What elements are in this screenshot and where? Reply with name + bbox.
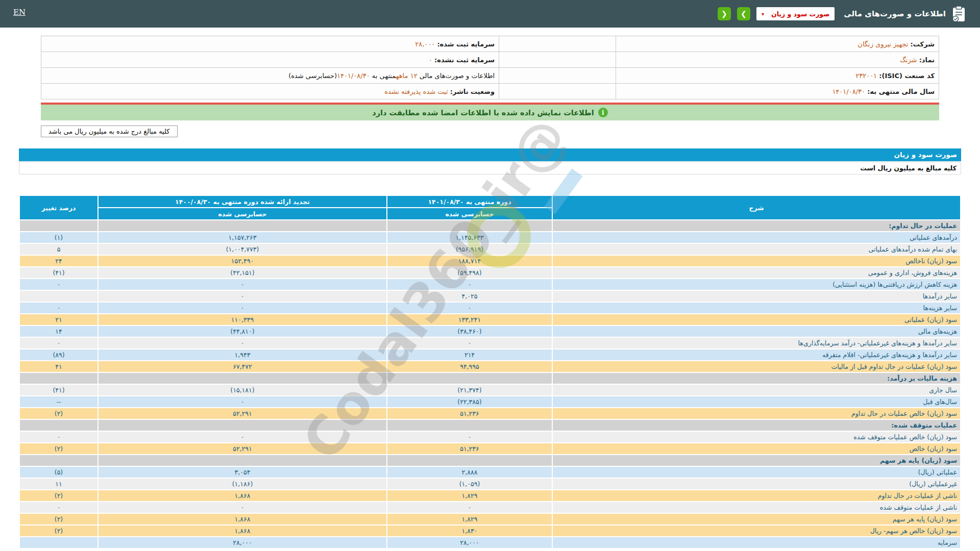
- value-restated-period: ۱,۸۶۸: [99, 514, 386, 524]
- row-label: عملیات متوقف شده:: [553, 420, 960, 431]
- company-info-table: شرکت: تجهیز نیروی زنگان سرمایه ثبت شده: …: [41, 36, 939, 99]
- units-note-box: کلیه مبالغ درج شده به میلیون ریال می باش…: [41, 126, 178, 137]
- fiscal-year-label: سال مالی منتهی به:: [867, 88, 935, 95]
- value-current-period: (۵۹,۴۹۸): [387, 267, 552, 278]
- value-change-percent: [20, 537, 97, 548]
- audited-suffix: (حسابرسی شده): [288, 72, 337, 80]
- value-restated-period: (۱,۰۰۴,۷۷۳): [99, 244, 386, 255]
- value-restated-period: ۵۲,۲۹۱: [99, 408, 386, 419]
- statement-row: سایر درآمدها و هزینه‌های غیرعملیاتی- درآ…: [20, 338, 960, 348]
- row-label: هزینه‌های مالی: [553, 326, 960, 337]
- row-label: سود (زیان) خالص عملیات در حال تداوم: [553, 408, 960, 419]
- statement-tbody: عملیات در حال تداوم:درآمدهای عملیاتی۱,۱۴…: [20, 220, 960, 548]
- value-change-percent: (۴۱): [20, 385, 97, 395]
- row-label: سایر درآمدها: [553, 291, 960, 302]
- chevron-left-icon: ❮: [721, 10, 727, 18]
- company-info-row: سال مالی منتهی به: ۱۴۰۱/۰۸/۳۰ وضعیت ناشر…: [41, 84, 939, 99]
- row-label: سود (زیان) عملیات در حال تداوم قبل از ما…: [553, 361, 960, 372]
- statement-row: سود (زیان) ناخالص۱۸۸,۷۱۴۱۵۲,۴۹۰۲۴: [20, 256, 960, 266]
- info-spacer-cell: [499, 68, 616, 84]
- statement-row: سود (زیان) پایه هر سهم۱,۸۲۹۱,۸۶۸(۲): [20, 514, 960, 524]
- value-restated-period: ۰: [99, 291, 386, 302]
- value-change-percent: (۲): [20, 443, 97, 454]
- value-current-period: ۲,۸۸۸: [387, 467, 552, 478]
- publisher-status-value: ثبت شده پذیرفته نشده: [384, 88, 448, 95]
- company-info-row: کد صنعت (ISIC): ۲۳۲۰۰۱ اطلاعات و صورت‌ها…: [41, 68, 939, 84]
- value-restated-period: ۰: [99, 279, 386, 290]
- value-change-percent: ۱۱: [20, 479, 97, 489]
- company-info-row: شرکت: تجهیز نیروی زنگان سرمایه ثبت شده: …: [41, 36, 939, 52]
- statement-row: سرمایه۲۸,۰۰۰۲۸,۰۰۰: [20, 537, 960, 548]
- statement-row: بهای تمام شده درآمدهای عملیاتی(۹۵۶,۹۱۹)(…: [20, 244, 960, 255]
- value-change-percent: (۲): [20, 408, 97, 419]
- value-restated-period: ۱۱۰,۳۳۹: [99, 314, 386, 325]
- row-label: سود (زیان) خالص عملیات متوقف شده: [553, 432, 960, 442]
- statement-row: سود (زیان) عملیات در حال تداوم قبل از ما…: [20, 361, 960, 372]
- row-label: بهای تمام شده درآمدهای عملیاتی: [553, 244, 960, 255]
- value-current-period: (۲۱,۳۷۴): [387, 385, 552, 395]
- company-info-row: نماد: شزنگ سرمایه ثبت نشده: ۰: [41, 52, 939, 68]
- value-restated-period: ۶۷,۴۷۲: [99, 361, 386, 372]
- page-title: اطلاعات و صورت‌های مالی: [844, 9, 946, 18]
- symbol-value: شزنگ: [900, 56, 917, 64]
- value-current-period: ۱,۸۳۰: [387, 525, 552, 536]
- statement-row: ناشی از عملیات در حال تداوم۱,۸۲۹۱,۸۶۸(۲): [20, 490, 960, 501]
- statement-row: سود (زیان) خالص عملیات در حال تداوم۵۱,۲۳…: [20, 408, 960, 419]
- value-current-period: ۴,۰۲۵: [387, 291, 552, 302]
- statement-row: سود (زیان) خالص۵۱,۲۳۶۵۲,۲۹۱(۲): [20, 443, 960, 454]
- row-label: عملیاتی (ریال): [553, 467, 960, 478]
- value-current-period: ۱۸۸,۷۱۴: [387, 256, 552, 266]
- statement-section-row: عملیات در حال تداوم:: [20, 220, 960, 231]
- value-current-period: ۲۸,۰۰۰: [387, 537, 552, 548]
- statement-title-band: صورت سود و زیان: [19, 148, 961, 161]
- prev-statement-button[interactable]: ❮: [718, 7, 731, 20]
- value-change-percent: (۵): [20, 467, 97, 478]
- signed-match-banner: i اطلاعات نمایش داده شده با اطلاعات امضا…: [41, 103, 939, 120]
- period-info-label: اطلاعات و صورت‌های مالی: [420, 72, 495, 80]
- row-label: غیرعملیاتی (ریال): [553, 479, 960, 489]
- value-restated-period: ۰: [99, 396, 386, 407]
- symbol-label: نماد:: [919, 56, 935, 64]
- value-change-percent: ۲۴: [20, 256, 97, 266]
- value-current-period: ۱,۱۴۵,۶۳۳: [387, 232, 552, 243]
- language-switch-en[interactable]: EN: [13, 8, 26, 17]
- value-restated-period: ۰: [99, 502, 386, 513]
- company-value: تجهیز نیروی زنگان: [857, 40, 908, 48]
- value-restated-period: [99, 455, 386, 466]
- row-label: سود (زیان) خالص: [553, 443, 960, 454]
- value-current-period: (۳۸,۴۶۰): [387, 326, 552, 337]
- value-current-period: ۵۱,۲۳۶: [387, 443, 552, 454]
- value-restated-period: ۱,۹۴۳: [99, 349, 386, 360]
- value-restated-period: ۰: [99, 303, 386, 313]
- statement-type-dropdown[interactable]: صورت سود و زیان ▾: [756, 7, 835, 20]
- company-label: شرکت:: [911, 40, 935, 48]
- row-label: ناشی از عملیات متوقف شده: [553, 502, 960, 513]
- info-spacer-cell: [499, 52, 616, 68]
- info-spacer-cell: [499, 84, 616, 99]
- fiscal-year-value: ۱۴۰۱/۰۸/۳۰: [832, 88, 865, 95]
- statement-row: درآمدهای عملیاتی۱,۱۴۵,۶۳۳۱,۱۵۷,۲۶۳(۱): [20, 232, 960, 243]
- row-label: سرمایه: [553, 537, 960, 548]
- info-spacer-cell: [499, 36, 616, 52]
- value-restated-period: ۲۸,۰۰۰: [99, 537, 386, 548]
- next-statement-button[interactable]: ❯: [737, 7, 750, 20]
- value-restated-period: ۱,۸۶۸: [99, 490, 386, 501]
- value-restated-period: (۱۵,۱۸۱): [99, 385, 386, 395]
- row-label: سود (زیان) عملیاتی: [553, 314, 960, 325]
- value-current-period: ۰: [387, 303, 552, 313]
- value-current-period: ۵۱,۲۳۶: [387, 408, 552, 419]
- statement-row: سود (زیان) عملیاتی۱۳۳,۲۴۱۱۱۰,۳۳۹۲۱: [20, 314, 960, 325]
- publisher-status-label: وضعیت ناشر:: [450, 88, 495, 95]
- value-current-period: ۹۴,۹۹۵: [387, 361, 552, 372]
- registered-capital-value: ۲۸,۰۰۰: [415, 40, 435, 48]
- value-restated-period: ۰: [99, 338, 386, 348]
- value-current-period: [387, 420, 552, 431]
- row-label: سود (زیان) پایه هر سهم: [553, 455, 960, 466]
- period-mid-text: منتهی به: [372, 72, 396, 80]
- value-current-period: ۰: [387, 502, 552, 513]
- value-change-percent: [20, 220, 97, 231]
- statement-table: شرح دوره منتهی به ۱۴۰۱/۰۸/۳۰ تجدید ارائه…: [19, 195, 961, 549]
- row-label: سود (زیان) ناخالص: [553, 256, 960, 266]
- value-restated-period: ۰: [99, 432, 386, 442]
- value-change-percent: (۱): [20, 232, 97, 243]
